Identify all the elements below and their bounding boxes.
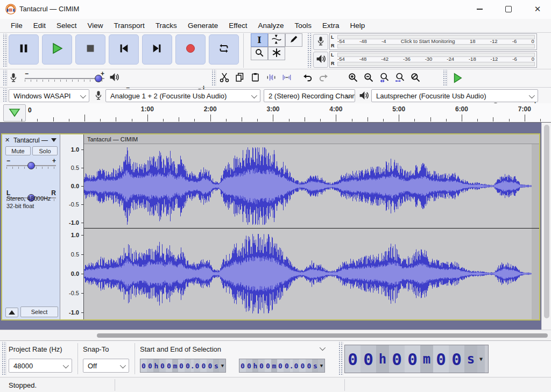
- zoom-fit-button[interactable]: [392, 70, 407, 86]
- edit-grabber[interactable]: [211, 70, 216, 86]
- trim-button[interactable]: [263, 70, 279, 86]
- play-at-speed-grabber[interactable]: [442, 70, 448, 86]
- recording-device-select[interactable]: Analogue 1 + 2 (Focusrite Usb Audio): [105, 89, 260, 102]
- clip-title-bar[interactable]: Tantacrul — CIMIM: [84, 134, 539, 144]
- menu-extra[interactable]: Extra: [317, 20, 345, 31]
- time-digit[interactable]: 0: [239, 359, 246, 372]
- time-digit[interactable]: 0: [140, 359, 147, 372]
- vertical-scale-ruler[interactable]: 1.00.50.0-0.5-1.01.00.50.0-0.5-1.0: [60, 134, 84, 319]
- menu-edit[interactable]: Edit: [28, 20, 51, 31]
- time-digit[interactable]: 0: [178, 359, 185, 372]
- envelope-tool-button[interactable]: [268, 33, 285, 47]
- time-unit[interactable]: s: [213, 359, 219, 372]
- zoom-out-button[interactable]: [361, 70, 376, 86]
- recording-volume-slider[interactable]: −+: [25, 71, 104, 85]
- horizontal-scrollbar-thumb[interactable]: [97, 333, 548, 338]
- close-track-button[interactable]: ✕: [3, 136, 11, 144]
- loop-button[interactable]: [209, 34, 239, 65]
- meter-grabber[interactable]: [307, 33, 312, 68]
- playback-device-select[interactable]: Lautsprecher (Focusrite Usb Audio): [371, 89, 538, 102]
- selection-mode-select[interactable]: Start and End of Selection: [140, 344, 331, 356]
- vertical-scrollbar[interactable]: [541, 123, 551, 330]
- time-unit[interactable]: s: [312, 359, 318, 372]
- menu-generate[interactable]: Generate: [182, 20, 223, 31]
- time-unit[interactable]: h: [153, 359, 159, 372]
- position-unit[interactable]: h: [376, 345, 389, 373]
- zoom-tool-button[interactable]: [251, 47, 268, 60]
- time-unit[interactable]: m: [271, 359, 277, 372]
- menu-view[interactable]: View: [82, 20, 109, 31]
- zoom-selection-button[interactable]: [376, 70, 392, 86]
- recording-meter[interactable]: L R -54-48-4Click to Start Monitoring18-…: [329, 33, 537, 50]
- zoom-in-button[interactable]: [345, 70, 361, 86]
- position-unit[interactable]: s: [464, 345, 477, 373]
- menu-tools[interactable]: Tools: [289, 20, 317, 31]
- solo-button[interactable]: Solo: [32, 146, 58, 155]
- gain-slider[interactable]: −+: [6, 158, 56, 172]
- time-field-menu-icon[interactable]: ▼: [318, 359, 324, 372]
- time-digit[interactable]: 0: [207, 359, 213, 372]
- transport-grabber[interactable]: [2, 34, 8, 67]
- time-digit[interactable]: 0: [166, 359, 172, 372]
- timeline-pin-button[interactable]: [3, 104, 26, 122]
- selection-tool-button[interactable]: I: [251, 33, 268, 47]
- recording-channels-select[interactable]: 2 (Stereo) Recording Chann: [264, 89, 355, 102]
- selection-start-field[interactable]: 00h00m00.000s▼: [140, 359, 226, 373]
- position-digit[interactable]: 0: [361, 345, 376, 373]
- menu-tracks[interactable]: Tracks: [150, 20, 182, 31]
- time-grabber[interactable]: [338, 342, 343, 375]
- horizontal-scrollbar[interactable]: [0, 330, 551, 340]
- slider-thumb[interactable]: [95, 75, 102, 82]
- time-field-menu-icon[interactable]: ▼: [219, 359, 225, 372]
- selection-grabber[interactable]: [1, 342, 6, 375]
- position-digit[interactable]: 0: [345, 345, 361, 373]
- position-digit[interactable]: 0: [389, 345, 405, 373]
- skip-to-start-button[interactable]: [109, 34, 139, 65]
- time-digit[interactable]: 0: [299, 359, 306, 372]
- stop-button[interactable]: [75, 34, 105, 65]
- mixer-grabber[interactable]: [2, 70, 8, 86]
- zoom-toggle-button[interactable]: [407, 70, 423, 86]
- menu-analyze[interactable]: Analyze: [252, 20, 289, 31]
- redo-button[interactable]: [315, 70, 331, 86]
- vertical-scrollbar-thumb[interactable]: [544, 125, 549, 318]
- paste-button[interactable]: [248, 70, 263, 86]
- audio-position-display[interactable]: 00h00m00s▼: [344, 345, 489, 373]
- position-field-menu-icon[interactable]: ▼: [477, 345, 485, 373]
- play-at-speed-button[interactable]: [449, 70, 466, 85]
- menu-select[interactable]: Select: [51, 20, 82, 31]
- time-digit[interactable]: 0: [277, 359, 284, 372]
- waveform-canvas[interactable]: [84, 144, 539, 319]
- time-unit[interactable]: h: [252, 359, 258, 372]
- selection-end-field[interactable]: 00h00m00.000s▼: [239, 359, 325, 373]
- close-button[interactable]: ✕: [525, 0, 550, 18]
- record-button[interactable]: [175, 34, 206, 65]
- time-digit[interactable]: 0: [147, 359, 153, 372]
- snap-to-select[interactable]: Off: [83, 359, 129, 373]
- position-unit[interactable]: m: [420, 345, 433, 373]
- audio-host-select[interactable]: Windows WASAPI: [9, 89, 89, 102]
- time-digit[interactable]: 0: [159, 359, 166, 372]
- time-digit[interactable]: 0: [265, 359, 271, 372]
- timeline-ruler[interactable]: 0 1:002:003:004:005:006:007:00: [0, 103, 551, 123]
- menu-help[interactable]: Help: [345, 20, 371, 31]
- playback-meter-button[interactable]: [313, 52, 328, 68]
- menu-transport[interactable]: Transport: [109, 20, 150, 31]
- device-grabber[interactable]: [2, 88, 8, 102]
- time-digit[interactable]: 0: [200, 359, 207, 372]
- menu-effect[interactable]: Effect: [223, 20, 252, 31]
- position-digit[interactable]: 0: [449, 345, 464, 373]
- minimize-button[interactable]: [467, 0, 492, 18]
- select-track-button[interactable]: Select: [20, 307, 58, 317]
- draw-tool-button[interactable]: [285, 33, 302, 47]
- mute-button[interactable]: Mute: [5, 146, 31, 155]
- record-meter-button[interactable]: [313, 34, 328, 50]
- skip-to-end-button[interactable]: [142, 34, 172, 65]
- pause-button[interactable]: [9, 34, 39, 65]
- maximize-button[interactable]: [496, 0, 521, 18]
- silence-button[interactable]: [279, 70, 294, 86]
- time-digit[interactable]: 0: [306, 359, 312, 372]
- time-digit[interactable]: 0: [246, 359, 252, 372]
- slider-thumb[interactable]: [27, 162, 35, 169]
- track-name[interactable]: Tantacrul —: [13, 137, 48, 144]
